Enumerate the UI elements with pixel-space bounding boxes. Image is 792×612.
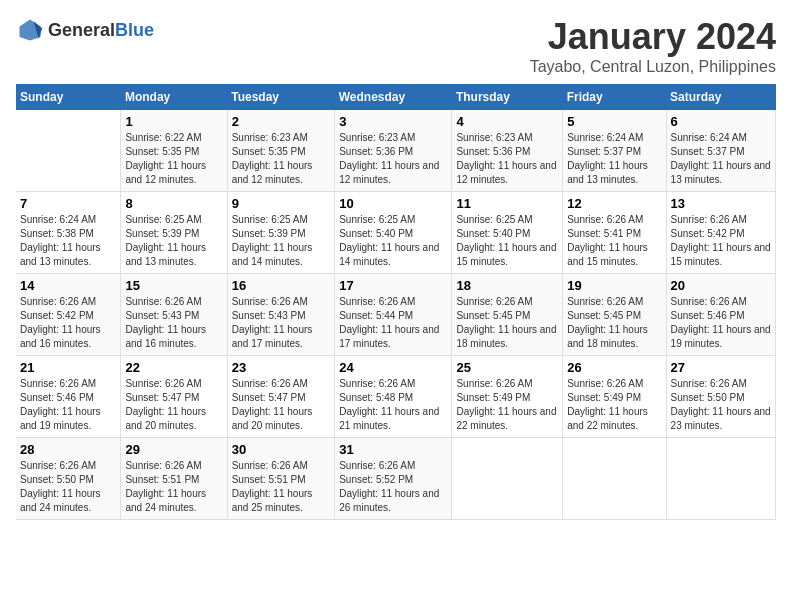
day-number: 18 — [456, 278, 558, 293]
day-info: Sunrise: 6:24 AM Sunset: 5:37 PM Dayligh… — [671, 131, 771, 187]
week-row-4: 21Sunrise: 6:26 AM Sunset: 5:46 PM Dayli… — [16, 356, 776, 438]
column-header-thursday: Thursday — [452, 84, 563, 110]
day-info: Sunrise: 6:26 AM Sunset: 5:45 PM Dayligh… — [456, 295, 558, 351]
day-cell — [563, 438, 666, 520]
day-info: Sunrise: 6:26 AM Sunset: 5:46 PM Dayligh… — [20, 377, 116, 433]
day-cell: 13Sunrise: 6:26 AM Sunset: 5:42 PM Dayli… — [666, 192, 775, 274]
column-header-sunday: Sunday — [16, 84, 121, 110]
day-cell: 14Sunrise: 6:26 AM Sunset: 5:42 PM Dayli… — [16, 274, 121, 356]
header-row: SundayMondayTuesdayWednesdayThursdayFrid… — [16, 84, 776, 110]
day-number: 5 — [567, 114, 661, 129]
day-number: 2 — [232, 114, 331, 129]
day-cell: 27Sunrise: 6:26 AM Sunset: 5:50 PM Dayli… — [666, 356, 775, 438]
day-info: Sunrise: 6:26 AM Sunset: 5:43 PM Dayligh… — [125, 295, 222, 351]
day-number: 12 — [567, 196, 661, 211]
day-cell: 31Sunrise: 6:26 AM Sunset: 5:52 PM Dayli… — [335, 438, 452, 520]
day-number: 23 — [232, 360, 331, 375]
column-header-saturday: Saturday — [666, 84, 775, 110]
day-number: 24 — [339, 360, 447, 375]
day-number: 14 — [20, 278, 116, 293]
day-cell — [16, 110, 121, 192]
day-info: Sunrise: 6:26 AM Sunset: 5:50 PM Dayligh… — [20, 459, 116, 515]
day-cell: 6Sunrise: 6:24 AM Sunset: 5:37 PM Daylig… — [666, 110, 775, 192]
day-cell: 16Sunrise: 6:26 AM Sunset: 5:43 PM Dayli… — [227, 274, 335, 356]
day-info: Sunrise: 6:23 AM Sunset: 5:36 PM Dayligh… — [339, 131, 447, 187]
day-info: Sunrise: 6:23 AM Sunset: 5:35 PM Dayligh… — [232, 131, 331, 187]
column-header-wednesday: Wednesday — [335, 84, 452, 110]
logo: GeneralBlue — [16, 16, 154, 44]
day-cell — [666, 438, 775, 520]
day-info: Sunrise: 6:26 AM Sunset: 5:49 PM Dayligh… — [567, 377, 661, 433]
day-number: 10 — [339, 196, 447, 211]
day-cell: 29Sunrise: 6:26 AM Sunset: 5:51 PM Dayli… — [121, 438, 227, 520]
day-number: 26 — [567, 360, 661, 375]
day-info: Sunrise: 6:25 AM Sunset: 5:40 PM Dayligh… — [339, 213, 447, 269]
day-cell: 10Sunrise: 6:25 AM Sunset: 5:40 PM Dayli… — [335, 192, 452, 274]
day-info: Sunrise: 6:26 AM Sunset: 5:46 PM Dayligh… — [671, 295, 771, 351]
day-info: Sunrise: 6:26 AM Sunset: 5:43 PM Dayligh… — [232, 295, 331, 351]
day-number: 28 — [20, 442, 116, 457]
day-cell: 25Sunrise: 6:26 AM Sunset: 5:49 PM Dayli… — [452, 356, 563, 438]
day-cell: 11Sunrise: 6:25 AM Sunset: 5:40 PM Dayli… — [452, 192, 563, 274]
day-info: Sunrise: 6:26 AM Sunset: 5:42 PM Dayligh… — [20, 295, 116, 351]
day-cell: 4Sunrise: 6:23 AM Sunset: 5:36 PM Daylig… — [452, 110, 563, 192]
day-info: Sunrise: 6:26 AM Sunset: 5:42 PM Dayligh… — [671, 213, 771, 269]
day-number: 1 — [125, 114, 222, 129]
day-number: 25 — [456, 360, 558, 375]
logo-blue: Blue — [115, 20, 154, 40]
day-number: 31 — [339, 442, 447, 457]
day-info: Sunrise: 6:24 AM Sunset: 5:38 PM Dayligh… — [20, 213, 116, 269]
day-info: Sunrise: 6:26 AM Sunset: 5:52 PM Dayligh… — [339, 459, 447, 515]
column-header-friday: Friday — [563, 84, 666, 110]
day-number: 29 — [125, 442, 222, 457]
day-number: 6 — [671, 114, 771, 129]
subtitle: Tayabo, Central Luzon, Philippines — [530, 58, 776, 76]
day-number: 8 — [125, 196, 222, 211]
day-cell: 7Sunrise: 6:24 AM Sunset: 5:38 PM Daylig… — [16, 192, 121, 274]
day-number: 13 — [671, 196, 771, 211]
day-info: Sunrise: 6:26 AM Sunset: 5:48 PM Dayligh… — [339, 377, 447, 433]
day-number: 16 — [232, 278, 331, 293]
day-info: Sunrise: 6:26 AM Sunset: 5:50 PM Dayligh… — [671, 377, 771, 433]
week-row-1: 1Sunrise: 6:22 AM Sunset: 5:35 PM Daylig… — [16, 110, 776, 192]
page-header: GeneralBlue January 2024 Tayabo, Central… — [16, 16, 776, 76]
day-info: Sunrise: 6:26 AM Sunset: 5:49 PM Dayligh… — [456, 377, 558, 433]
week-row-2: 7Sunrise: 6:24 AM Sunset: 5:38 PM Daylig… — [16, 192, 776, 274]
day-number: 7 — [20, 196, 116, 211]
day-number: 20 — [671, 278, 771, 293]
column-header-tuesday: Tuesday — [227, 84, 335, 110]
day-info: Sunrise: 6:26 AM Sunset: 5:41 PM Dayligh… — [567, 213, 661, 269]
calendar-table: SundayMondayTuesdayWednesdayThursdayFrid… — [16, 84, 776, 520]
day-cell: 21Sunrise: 6:26 AM Sunset: 5:46 PM Dayli… — [16, 356, 121, 438]
day-info: Sunrise: 6:25 AM Sunset: 5:40 PM Dayligh… — [456, 213, 558, 269]
day-number: 11 — [456, 196, 558, 211]
day-info: Sunrise: 6:23 AM Sunset: 5:36 PM Dayligh… — [456, 131, 558, 187]
day-cell — [452, 438, 563, 520]
day-cell: 3Sunrise: 6:23 AM Sunset: 5:36 PM Daylig… — [335, 110, 452, 192]
day-number: 4 — [456, 114, 558, 129]
day-cell: 2Sunrise: 6:23 AM Sunset: 5:35 PM Daylig… — [227, 110, 335, 192]
day-cell: 12Sunrise: 6:26 AM Sunset: 5:41 PM Dayli… — [563, 192, 666, 274]
week-row-3: 14Sunrise: 6:26 AM Sunset: 5:42 PM Dayli… — [16, 274, 776, 356]
day-info: Sunrise: 6:25 AM Sunset: 5:39 PM Dayligh… — [125, 213, 222, 269]
day-cell: 24Sunrise: 6:26 AM Sunset: 5:48 PM Dayli… — [335, 356, 452, 438]
day-cell: 30Sunrise: 6:26 AM Sunset: 5:51 PM Dayli… — [227, 438, 335, 520]
column-header-monday: Monday — [121, 84, 227, 110]
day-cell: 18Sunrise: 6:26 AM Sunset: 5:45 PM Dayli… — [452, 274, 563, 356]
day-cell: 22Sunrise: 6:26 AM Sunset: 5:47 PM Dayli… — [121, 356, 227, 438]
day-cell: 17Sunrise: 6:26 AM Sunset: 5:44 PM Dayli… — [335, 274, 452, 356]
day-info: Sunrise: 6:26 AM Sunset: 5:44 PM Dayligh… — [339, 295, 447, 351]
day-info: Sunrise: 6:26 AM Sunset: 5:47 PM Dayligh… — [232, 377, 331, 433]
day-info: Sunrise: 6:24 AM Sunset: 5:37 PM Dayligh… — [567, 131, 661, 187]
day-number: 19 — [567, 278, 661, 293]
day-number: 22 — [125, 360, 222, 375]
day-number: 9 — [232, 196, 331, 211]
day-number: 3 — [339, 114, 447, 129]
day-cell: 20Sunrise: 6:26 AM Sunset: 5:46 PM Dayli… — [666, 274, 775, 356]
week-row-5: 28Sunrise: 6:26 AM Sunset: 5:50 PM Dayli… — [16, 438, 776, 520]
day-info: Sunrise: 6:26 AM Sunset: 5:51 PM Dayligh… — [232, 459, 331, 515]
day-cell: 5Sunrise: 6:24 AM Sunset: 5:37 PM Daylig… — [563, 110, 666, 192]
day-cell: 19Sunrise: 6:26 AM Sunset: 5:45 PM Dayli… — [563, 274, 666, 356]
day-number: 21 — [20, 360, 116, 375]
main-title: January 2024 — [530, 16, 776, 58]
